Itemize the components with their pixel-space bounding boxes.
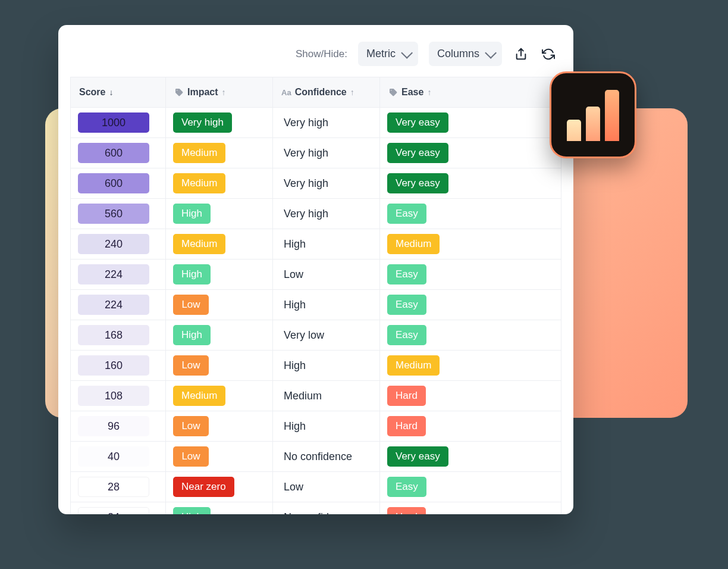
- ease-tag: Easy: [387, 325, 426, 345]
- bar-icon: [586, 107, 600, 141]
- score-pill: 40: [78, 446, 149, 467]
- score-pill: 600: [78, 173, 149, 193]
- confidence-text: Very high: [273, 138, 380, 168]
- impact-tag: High: [173, 325, 211, 345]
- sort-desc-icon: ↓: [109, 87, 113, 97]
- columns-dropdown-label: Columns: [437, 48, 479, 60]
- metric-dropdown-label: Metric: [366, 48, 396, 60]
- column-header-confidence[interactable]: Aa Confidence ↑: [273, 77, 380, 108]
- column-header-score[interactable]: Score ↓: [71, 77, 166, 108]
- score-pill: 560: [78, 204, 149, 224]
- sort-asc-icon: ↑: [427, 87, 431, 97]
- ease-tag: Hard: [387, 507, 426, 514]
- bar-icon: [605, 90, 619, 141]
- column-header-ease[interactable]: Ease ↑: [380, 77, 561, 108]
- impact-tag: Medium: [173, 143, 225, 163]
- sort-asc-icon: ↑: [350, 87, 354, 97]
- table-row[interactable]: 240MediumHighMedium: [71, 229, 561, 260]
- sort-asc-icon: ↑: [222, 87, 226, 97]
- ease-tag: Medium: [387, 355, 440, 376]
- score-pill: 1000: [78, 112, 149, 133]
- column-header-ease-label: Ease: [401, 87, 423, 98]
- score-pill: 168: [78, 325, 149, 345]
- table-row[interactable]: 40LowNo confidenceVery easy: [71, 442, 561, 472]
- text-icon: Aa: [281, 88, 291, 97]
- refresh-button[interactable]: [540, 46, 557, 62]
- score-pill: 28: [78, 477, 149, 497]
- impact-tag: High: [173, 507, 211, 514]
- column-header-confidence-label: Confidence: [295, 87, 347, 98]
- score-pill: 96: [78, 416, 149, 436]
- confidence-text: Medium: [273, 381, 380, 411]
- score-pill: 240: [78, 234, 149, 254]
- score-pill: 600: [78, 143, 149, 163]
- score-pill: 108: [78, 386, 149, 406]
- score-pill: 224: [78, 295, 149, 315]
- ease-tag: Hard: [387, 386, 426, 406]
- table-row[interactable]: 600MediumVery highVery easy: [71, 138, 561, 168]
- ease-tag: Very easy: [387, 173, 448, 193]
- impact-tag: Very high: [173, 112, 232, 133]
- impact-tag: Low: [173, 355, 209, 376]
- confidence-text: No confidence: [273, 442, 380, 472]
- table-row[interactable]: 600MediumVery highVery easy: [71, 168, 561, 199]
- table-row[interactable]: 160LowHighMedium: [71, 351, 561, 381]
- showhide-label: Show/Hide:: [296, 48, 347, 60]
- ease-tag: Hard: [387, 416, 426, 436]
- impact-tag: Low: [173, 416, 209, 436]
- table-row[interactable]: 28Near zeroLowEasy: [71, 472, 561, 502]
- refresh-icon: [542, 48, 555, 61]
- impact-tag: Medium: [173, 173, 225, 193]
- metric-dropdown[interactable]: Metric: [358, 42, 418, 66]
- chevron-down-icon: [485, 46, 497, 58]
- tag-icon: [174, 87, 184, 97]
- table-row[interactable]: 224LowHighEasy: [71, 290, 561, 320]
- confidence-text: Very high: [273, 199, 380, 229]
- impact-tag: Near zero: [173, 477, 234, 497]
- impact-tag: High: [173, 204, 211, 224]
- share-button[interactable]: [513, 46, 529, 62]
- score-pill: 24: [78, 507, 149, 514]
- confidence-text: Very low: [273, 320, 380, 351]
- table-row[interactable]: 108MediumMediumHard: [71, 381, 561, 411]
- column-header-score-label: Score: [79, 87, 105, 98]
- score-pill: 160: [78, 355, 149, 376]
- confidence-text: Very high: [273, 108, 380, 138]
- confidence-text: High: [273, 290, 380, 320]
- table-row[interactable]: 168HighVery lowEasy: [71, 320, 561, 351]
- confidence-text: Low: [273, 472, 380, 502]
- impact-tag: Medium: [173, 386, 225, 406]
- ease-tag: Medium: [387, 234, 440, 254]
- score-table: Score ↓ Impact ↑: [70, 77, 561, 514]
- confidence-text: High: [273, 411, 380, 442]
- confidence-text: High: [273, 229, 380, 260]
- ease-tag: Very easy: [387, 143, 448, 163]
- confidence-text: No confidence: [273, 502, 380, 515]
- confidence-text: Very high: [273, 168, 380, 199]
- table-row[interactable]: 96LowHighHard: [71, 411, 561, 442]
- impact-tag: High: [173, 264, 211, 284]
- confidence-text: High: [273, 351, 380, 381]
- table-row[interactable]: 1000Very highVery highVery easy: [71, 108, 561, 138]
- columns-dropdown[interactable]: Columns: [429, 42, 502, 66]
- share-icon: [514, 48, 528, 61]
- impact-tag: Low: [173, 446, 209, 467]
- score-pill: 224: [78, 264, 149, 284]
- ease-tag: Very easy: [387, 446, 448, 467]
- impact-tag: Medium: [173, 234, 225, 254]
- ease-tag: Easy: [387, 477, 426, 497]
- table-row[interactable]: 224HighLowEasy: [71, 260, 561, 290]
- confidence-text: Low: [273, 260, 380, 290]
- tag-icon: [388, 87, 398, 97]
- table-card: Show/Hide: Metric Columns Score ↓: [58, 25, 573, 514]
- ease-tag: Very easy: [387, 112, 448, 133]
- impact-tag: Low: [173, 295, 209, 315]
- ease-tag: Easy: [387, 264, 426, 284]
- column-header-impact[interactable]: Impact ↑: [166, 77, 273, 108]
- bar-icon: [567, 120, 581, 141]
- ease-tag: Easy: [387, 204, 426, 224]
- table-row[interactable]: 24HighNo confidenceHard: [71, 502, 561, 515]
- table-row[interactable]: 560HighVery highEasy: [71, 199, 561, 229]
- chart-app-icon: [550, 71, 636, 158]
- toolbar: Show/Hide: Metric Columns: [58, 36, 573, 77]
